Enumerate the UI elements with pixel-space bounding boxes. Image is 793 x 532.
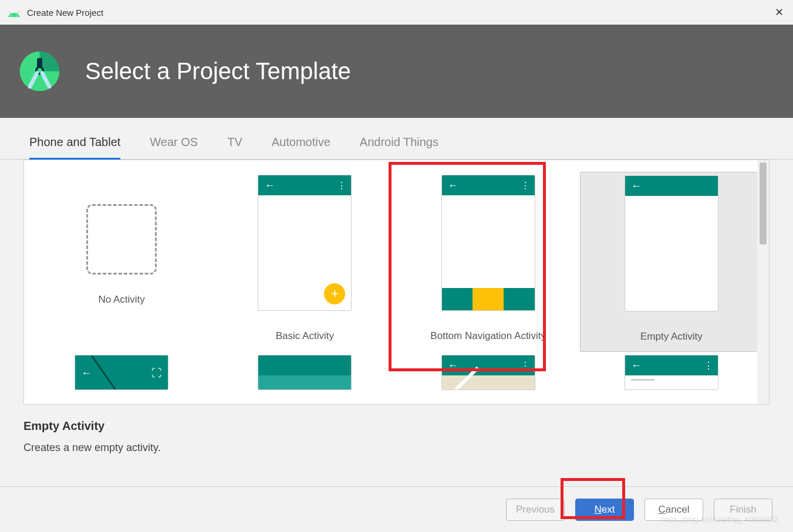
template-label: Bottom Navigation Activity xyxy=(430,330,546,342)
overflow-menu-icon: ⋮ xyxy=(521,360,529,371)
template-grid: No Activity ← ⋮ + Basic Activity ← ⋮ xyxy=(23,160,770,405)
back-arrow-icon: ← xyxy=(631,360,642,372)
empty-activity-thumb: ← xyxy=(625,175,718,311)
template-map-activity[interactable]: ← ⋮ xyxy=(397,352,580,399)
android-studio-logo xyxy=(18,49,62,93)
scrollbar-thumb[interactable] xyxy=(760,162,767,245)
window-title: Create New Project xyxy=(27,8,103,18)
title-left-group: Create New Project xyxy=(7,8,103,18)
fab-icon: + xyxy=(324,283,345,304)
next-button[interactable]: Next xyxy=(575,499,634,521)
back-arrow-icon: ← xyxy=(631,180,642,192)
title-bar: Create New Project ✕ xyxy=(0,0,793,25)
bottom-nav-thumb: ← ⋮ xyxy=(441,175,535,311)
template-basic-activity[interactable]: ← ⋮ + Basic Activity xyxy=(213,172,396,352)
overflow-menu-icon: ⋮ xyxy=(521,180,529,191)
fullscreen-icon: ⛶ xyxy=(151,367,162,379)
template-fullscreen-activity[interactable]: ← ⛶ xyxy=(30,352,213,399)
back-arrow-icon: ← xyxy=(448,360,458,372)
overflow-menu-icon: ⋮ xyxy=(704,360,712,371)
tab-android-things[interactable]: Android Things xyxy=(360,135,438,159)
previous-button: Previous xyxy=(506,499,565,521)
map-thumb: ← ⋮ xyxy=(441,355,535,390)
tab-automotive[interactable]: Automotive xyxy=(272,135,330,159)
close-button[interactable]: ✕ xyxy=(772,4,786,21)
banner-title: Select a Project Template xyxy=(85,58,351,84)
template-label: No Activity xyxy=(98,294,144,306)
template-label: Basic Activity xyxy=(276,330,334,342)
scrollbar[interactable] xyxy=(757,160,769,404)
description-text: Creates a new empty activity. xyxy=(23,442,770,454)
row2b-thumb xyxy=(258,355,352,390)
template-row2-b[interactable] xyxy=(213,352,396,399)
template-empty-activity[interactable]: ← Empty Activity xyxy=(580,172,763,352)
footer-buttons: Previous Next Cancel Finish xyxy=(0,486,793,532)
template-bottom-nav-activity[interactable]: ← ⋮ Bottom Navigation Activity xyxy=(397,172,580,352)
template-label: Empty Activity xyxy=(640,331,703,343)
overflow-menu-icon: ⋮ xyxy=(337,180,345,191)
tab-wear-os[interactable]: Wear OS xyxy=(150,135,198,159)
back-arrow-icon: ← xyxy=(81,367,92,379)
back-arrow-icon: ← xyxy=(264,179,275,192)
tab-phone-tablet[interactable]: Phone and Tablet xyxy=(29,135,120,160)
row2d-thumb: ← ⋮ xyxy=(625,355,718,390)
fullscreen-thumb: ← ⛶ xyxy=(75,355,168,390)
banner: Select a Project Template xyxy=(0,25,793,118)
no-activity-thumb xyxy=(86,204,157,275)
watermark: https://blog.csdn.net/qq_40869932 xyxy=(662,515,779,524)
back-arrow-icon: ← xyxy=(448,179,458,192)
template-row2-d[interactable]: ← ⋮ xyxy=(580,352,763,399)
basic-activity-thumb: ← ⋮ + xyxy=(258,175,352,311)
description-title: Empty Activity xyxy=(23,419,770,433)
tab-tv[interactable]: TV xyxy=(227,135,242,159)
template-category-tabs: Phone and Tablet Wear OS TV Automotive A… xyxy=(0,118,793,160)
android-icon xyxy=(7,8,21,17)
template-no-activity[interactable]: No Activity xyxy=(30,172,213,352)
template-description: Empty Activity Creates a new empty activ… xyxy=(0,405,793,469)
